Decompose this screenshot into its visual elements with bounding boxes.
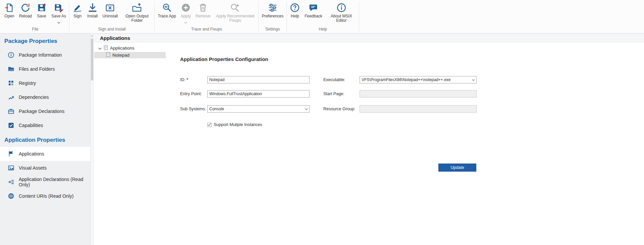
ribbon-group-sign-and-install: Sign Install Uninstall Open Output Folde… [69, 0, 154, 33]
trace-app-button[interactable]: Trace App [155, 0, 178, 18]
trace-app-label: Trace App [158, 14, 176, 18]
scrollbar-up-arrow-icon[interactable]: ▲ [91, 34, 94, 37]
tree-node-applications[interactable]: Applications [94, 44, 166, 52]
save-icon [37, 2, 47, 13]
help-icon [290, 2, 300, 13]
id-field[interactable] [207, 76, 310, 83]
apply-recommended-fixups-label: Apply Recommended Fixups [215, 14, 255, 23]
open-output-folder-label: Open Output Folder [122, 14, 151, 23]
open-output-folder-icon [132, 2, 142, 13]
sidebar-item-label: Capabilities [19, 123, 43, 128]
ribbon-group-settings: Preferences Settings [259, 0, 286, 33]
help-label: Help [291, 14, 299, 18]
uninstall-button[interactable]: Uninstall [100, 0, 120, 18]
open-output-folder-button[interactable]: Open Output Folder [120, 0, 154, 23]
feedback-icon [308, 2, 318, 13]
check-icon [208, 123, 211, 126]
sidebar-item-applications[interactable]: Applications [0, 147, 90, 161]
apply-button[interactable]: Apply [178, 0, 193, 21]
ribbon-group-label-file: File [1, 26, 69, 33]
update-button[interactable]: Update [438, 164, 476, 172]
dependencies-icon [8, 94, 14, 101]
application-properties-heading: Application Properties [0, 132, 90, 147]
sidebar-item-label: Application Declarations (Read Only) [19, 177, 90, 187]
save-as-icon [54, 2, 64, 13]
preferences-icon [268, 2, 278, 13]
sidebar-item-application-declarations[interactable]: Application Declarations (Read Only) [0, 175, 90, 189]
sidebar-item-registry[interactable]: Registry [0, 76, 90, 90]
sidebar-item-package-declarations[interactable]: Package Declarations [0, 104, 90, 118]
save-button[interactable]: Save [34, 0, 49, 18]
document-icon [106, 52, 110, 58]
applications-icon [8, 150, 14, 157]
reload-button[interactable]: Reload [17, 0, 34, 18]
page-title: Applications [94, 34, 644, 43]
preferences-label: Preferences [262, 14, 283, 18]
trace-app-icon [162, 2, 172, 13]
document-icon [104, 45, 108, 51]
install-button[interactable]: Install [85, 0, 100, 18]
scrollbar-thumb[interactable] [91, 39, 93, 80]
chevron-down-icon [57, 19, 60, 21]
sub-systems-value: Console [209, 107, 224, 111]
remove-label: Remove [196, 14, 211, 18]
content-uris-icon [8, 193, 14, 199]
chevron-down-icon [472, 77, 475, 82]
ribbon-group-label-help: Help [287, 26, 359, 33]
remove-button[interactable]: Remove [193, 0, 213, 18]
ribbon-group-label-trace-and-fixups: Trace and Fixups [155, 26, 258, 33]
about-msix-editor-icon [336, 2, 346, 13]
application-declarations-icon [8, 179, 14, 185]
visual-assets-icon [8, 165, 14, 171]
tree-node-notepad[interactable]: Notepad [94, 52, 166, 58]
executable-value: VFS\ProgramFilesX86\Notepad++\notepad++.… [362, 77, 451, 82]
apply-icon [181, 2, 191, 13]
ribbon-group-label-settings: Settings [259, 26, 286, 33]
sidebar-item-dependencies[interactable]: Dependencies [0, 90, 90, 104]
entry-point-field[interactable] [207, 90, 310, 98]
sidebar-scrollbar[interactable]: ▲ [90, 34, 94, 245]
sidebar-item-label: Content URIs (Read Only) [19, 193, 73, 199]
ribbon-group-label-sign-and-install: Sign and Install [69, 26, 154, 33]
help-button[interactable]: Help [287, 0, 302, 18]
capabilities-icon [8, 122, 14, 129]
uninstall-label: Uninstall [102, 14, 118, 18]
open-button[interactable]: Open [2, 0, 17, 18]
ribbon-toolbar: Open Reload Save Save As [0, 0, 644, 34]
support-multiple-instances-label: Support Mutiple Instances [214, 122, 262, 127]
sign-label: Sign [73, 14, 82, 18]
sidebar-item-label: Applications [19, 151, 44, 157]
support-multiple-instances-checkbox[interactable] [207, 123, 212, 127]
sidebar-item-package-information[interactable]: Package Information [0, 48, 90, 62]
executable-dropdown[interactable]: VFS\ProgramFilesX86\Notepad++\notepad++.… [360, 76, 477, 83]
sidebar-item-files-and-folders[interactable]: Files and Folders [0, 62, 90, 76]
sidebar-item-label: Registry [19, 80, 36, 86]
install-label: Install [87, 14, 98, 18]
about-msix-editor-button[interactable]: About MSIX Editor [325, 0, 358, 23]
sidebar-item-capabilities[interactable]: Capabilities [0, 118, 90, 132]
save-as-button[interactable]: Save As [49, 0, 68, 21]
open-label: Open [4, 14, 14, 18]
id-label: ID:* [180, 76, 188, 83]
form-heading: Application Properties Configuration [180, 56, 268, 62]
feedback-button[interactable]: Feedback [302, 0, 325, 18]
sidebar-item-label: Files and Folders [19, 66, 55, 72]
files-and-folders-icon [8, 66, 14, 72]
sidebar-item-label: Dependencies [19, 95, 49, 100]
sidebar-item-content-uris[interactable]: Content URIs (Read Only) [0, 189, 90, 203]
sign-button[interactable]: Sign [70, 0, 85, 18]
support-multiple-instances-row[interactable]: Support Mutiple Instances [207, 122, 262, 127]
chevron-down-icon [184, 19, 187, 21]
navigation-sidebar: Package Properties Package Information F… [0, 34, 90, 245]
chevron-down-icon[interactable] [98, 46, 102, 51]
sidebar-item-visual-assets[interactable]: Visual Assets [0, 161, 90, 175]
apply-recommended-fixups-icon [230, 2, 240, 13]
sign-icon [72, 2, 83, 13]
save-as-label: Save As [51, 14, 66, 18]
required-marker: * [186, 77, 188, 82]
sub-systems-dropdown[interactable]: Console [207, 105, 310, 113]
ribbon-separator [359, 2, 359, 32]
resource-group-label: Resource Group: [323, 105, 355, 113]
apply-recommended-fixups-button[interactable]: Apply Recommended Fixups [213, 0, 258, 23]
preferences-button[interactable]: Preferences [259, 0, 286, 18]
